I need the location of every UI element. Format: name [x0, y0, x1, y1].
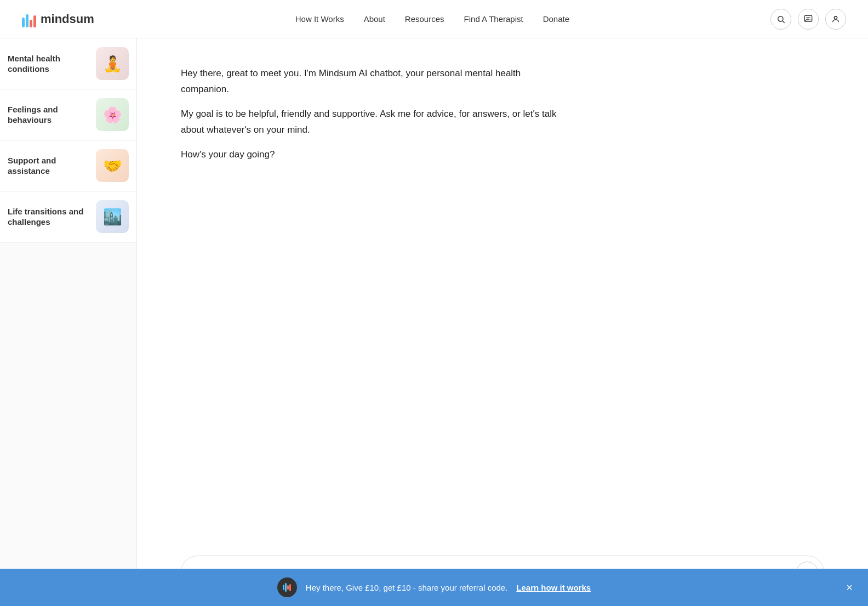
- logo-icon: [22, 11, 36, 27]
- chat-area: Hey there, great to meet you. I'm Mindsu…: [137, 38, 868, 606]
- sidebar: Mental health conditions Feelings and be…: [0, 38, 137, 606]
- banner-learn-link[interactable]: Learn how it works: [516, 583, 591, 592]
- banner-close-button[interactable]: ×: [844, 580, 855, 595]
- bot-text-3: How's your day going?: [181, 147, 564, 163]
- sidebar-item-life-label: Life transitions and challenges: [8, 206, 96, 228]
- chat-icon: [804, 15, 813, 24]
- svg-rect-3: [806, 17, 810, 18]
- main-layout: Mental health conditions Feelings and be…: [0, 38, 868, 606]
- sidebar-item-life-img: [96, 200, 129, 233]
- nav-find-therapist[interactable]: Find A Therapist: [464, 14, 523, 24]
- sidebar-item-mental-health-img: [96, 47, 129, 80]
- banner-text: Hey there, Give £10, get £10 - share you…: [306, 583, 508, 592]
- user-button[interactable]: [825, 9, 846, 30]
- nav-resources[interactable]: Resources: [405, 14, 444, 24]
- sidebar-item-support-img: [96, 149, 129, 182]
- chat-messages: Hey there, great to meet you. I'm Mindsu…: [137, 38, 868, 545]
- main-nav: How It Works About Resources Find A Ther…: [295, 14, 569, 24]
- sidebar-item-mental-health-label: Mental health conditions: [8, 53, 96, 75]
- sidebar-item-mental-health[interactable]: Mental health conditions: [0, 38, 136, 89]
- chat-button[interactable]: [798, 9, 819, 30]
- svg-line-1: [783, 21, 785, 23]
- nav-donate[interactable]: Donate: [543, 14, 569, 24]
- sidebar-item-feelings-img: [96, 98, 129, 131]
- nav-about[interactable]: About: [364, 14, 385, 24]
- sidebar-item-support[interactable]: Support and assistance: [0, 140, 136, 191]
- search-button[interactable]: [770, 9, 791, 30]
- banner-logo-icon: [277, 577, 297, 597]
- logo[interactable]: mindsum: [22, 11, 94, 27]
- svg-point-5: [834, 16, 837, 19]
- sidebar-item-feelings-label: Feelings and behaviours: [8, 104, 96, 126]
- svg-rect-4: [806, 19, 809, 19]
- search-icon: [776, 15, 785, 24]
- logo-text: mindsum: [41, 12, 94, 26]
- sidebar-item-life[interactable]: Life transitions and challenges: [0, 191, 136, 242]
- sidebar-item-support-label: Support and assistance: [8, 155, 96, 177]
- bot-message-1: Hey there, great to meet you. I'm Mindsu…: [181, 66, 564, 162]
- bot-text-1: Hey there, great to meet you. I'm Mindsu…: [181, 66, 564, 98]
- bot-text-2: My goal is to be helpful, friendly and s…: [181, 106, 564, 138]
- sidebar-item-feelings[interactable]: Feelings and behaviours: [0, 89, 136, 140]
- nav-how-it-works[interactable]: How It Works: [295, 14, 344, 24]
- referral-banner: Hey there, Give £10, get £10 - share you…: [0, 569, 868, 606]
- svg-point-0: [778, 16, 783, 21]
- user-icon: [831, 15, 840, 24]
- header-icons: [770, 9, 846, 30]
